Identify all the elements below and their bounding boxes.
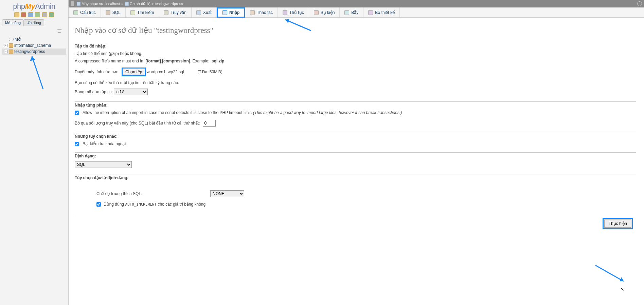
sidebar: phpMyAdmin Mới dùng Ưa dùng Mới +informa… [0, 0, 69, 305]
skip-input[interactable] [203, 120, 216, 127]
collapse-icon[interactable]: − [4, 50, 7, 53]
tree-db-testingwordpress[interactable]: −testingwordpress [2, 49, 66, 55]
allow-interrupt-checkbox[interactable] [75, 111, 79, 115]
sql-icon [106, 10, 110, 15]
other-section-title: Những tùy chọn khác: [75, 133, 636, 139]
database-icon [9, 50, 13, 54]
engine-icon[interactable] [49, 12, 54, 17]
chosen-filename: wordprco1_wp22.sql [146, 70, 184, 74]
no-autoincrement-label: Đừng dùng AUTO_INCREMENT cho các giá trị… [104, 202, 205, 207]
charset-select[interactable]: utf-8 [114, 89, 148, 95]
breadcrumb-server[interactable]: Máy phục vụ: localhost [82, 2, 120, 6]
home-icon[interactable] [14, 12, 19, 17]
logout-icon[interactable] [21, 12, 26, 17]
collapse-panel-icon[interactable] [71, 1, 74, 6]
expand-icon[interactable]: + [4, 44, 7, 47]
file-drop-hint: Bạn cũng có thể kéo thả một tập tin trên… [75, 80, 636, 86]
tab-favorite[interactable]: Ưa dùng [23, 19, 44, 26]
no-autoincrement-checkbox[interactable] [96, 202, 101, 207]
tab-operations[interactable]: Thao tác [245, 7, 278, 17]
file-hint-1: Tập tin có thể nén (gzip) hoặc không. [75, 51, 636, 57]
svg-line-2 [595, 265, 624, 281]
svg-marker-3 [620, 277, 624, 281]
reload-icon[interactable] [42, 12, 47, 17]
docs-icon[interactable] [28, 12, 33, 17]
fk-check-label: Bật kiểm tra khóa ngoại [83, 141, 126, 146]
browse-label: Duyệt máy tính của bạn: [75, 70, 120, 74]
tab-designer[interactable]: Bộ thiết kế [363, 7, 400, 17]
fk-check-checkbox[interactable] [75, 142, 79, 146]
trigger-icon [344, 10, 349, 15]
ops-icon [250, 10, 255, 15]
events-icon [314, 10, 319, 15]
format-select[interactable]: SQL [75, 161, 132, 168]
breadcrumb-db[interactable]: Cơ sở dữ liệu: testingwordpress [130, 2, 183, 6]
format-section-title: Định dạng: [75, 152, 636, 158]
tree-new[interactable]: Mới [2, 36, 66, 42]
cursor-icon: ↖ [620, 286, 624, 292]
submit-button[interactable]: Thực hiện [604, 220, 631, 228]
designer-icon [368, 10, 373, 15]
database-icon [9, 43, 13, 48]
tab-import[interactable]: Nhập [217, 7, 245, 18]
charset-label: Bảng mã của tập tin: [75, 90, 113, 94]
import-icon [222, 10, 227, 15]
query-icon [164, 10, 168, 15]
tab-triggers[interactable]: Bẫy [340, 7, 363, 17]
collapse-icon[interactable] [57, 29, 62, 33]
tab-events[interactable]: Sự kiện [309, 7, 340, 17]
main: Máy phục vụ: localhost » Cơ sở dữ liệu: … [69, 0, 644, 305]
max-size: (T.Đa: 50MiB) [197, 70, 222, 74]
file-hint-2: A compressed file's name must end in .[f… [75, 58, 636, 64]
logo[interactable]: phpMyAdmin [0, 0, 68, 12]
tab-export[interactable]: Xuất [192, 7, 217, 17]
page-title: Nhập vào cơ sở dữ liệu "testingwordpress… [75, 26, 636, 35]
choose-file-button[interactable]: Chọn tệp [123, 69, 144, 75]
structure-icon [73, 10, 78, 15]
breadcrumb: Máy phục vụ: localhost » Cơ sở dữ liệu: … [69, 0, 644, 7]
gear-icon[interactable] [637, 1, 642, 6]
server-icon [77, 2, 80, 6]
tab-structure[interactable]: Cấu trúc [69, 7, 101, 17]
content: Nhập vào cơ sở dữ liệu "testingwordpress… [69, 18, 644, 232]
allow-interrupt-label: Allow the interruption of an import in c… [83, 110, 402, 115]
spec-section-title: Tùy chọn đặc-tả-định-dạng: [75, 174, 636, 180]
side-tabs: Mới dùng Ưa dùng [0, 19, 68, 26]
compat-label: Chế độ tương thích SQL: [96, 191, 210, 196]
export-icon [196, 10, 201, 15]
annotation-arrow-3 [594, 264, 628, 285]
tree-db-information-schema[interactable]: +information_schema [2, 42, 66, 49]
breadcrumb-sep: » [122, 2, 124, 6]
partial-section-title: Nhập từng phần: [75, 101, 636, 108]
tab-recent[interactable]: Mới dùng [2, 19, 24, 26]
routine-icon [283, 10, 287, 15]
navsettings-icon[interactable] [35, 12, 40, 17]
file-section-title: Tập tin để nhập: [75, 44, 636, 49]
main-tabs: Cấu trúc SQL Tìm kiếm Truy vấn Xuất Nhập… [69, 7, 644, 18]
tab-search[interactable]: Tìm kiếm [126, 7, 159, 17]
db-tree: Mới +information_schema −testingwordpres… [0, 35, 68, 56]
skip-label: Bỏ qua số lượng truy vấn này (cho SQL) b… [75, 121, 200, 126]
tab-query[interactable]: Truy vấn [159, 7, 192, 17]
tab-routines[interactable]: Thủ tục [278, 7, 309, 17]
tab-sql[interactable]: SQL [101, 7, 126, 17]
nav-icons [0, 12, 68, 19]
compat-select[interactable]: NONE [210, 190, 244, 197]
search-icon [130, 10, 135, 15]
new-link-icon [9, 38, 14, 41]
database-icon [125, 2, 129, 6]
